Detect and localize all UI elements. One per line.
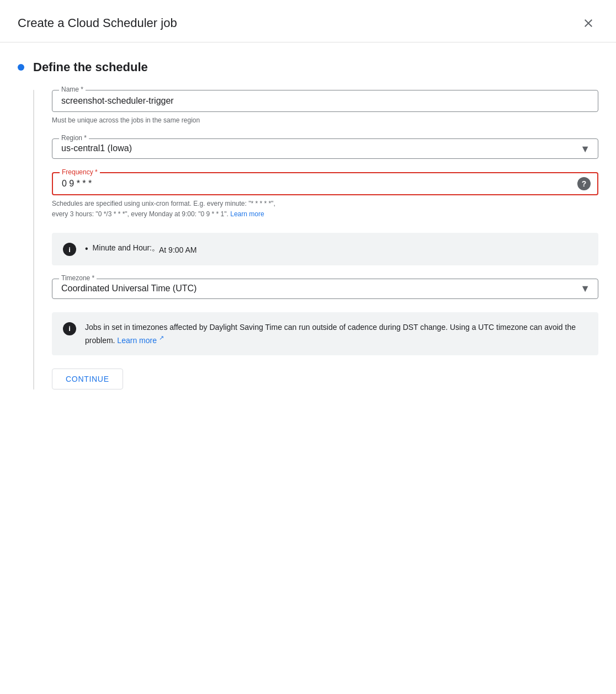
name-field-label: Name *	[59, 86, 86, 93]
name-field-hint: Must be unique across the jobs in the sa…	[52, 115, 598, 125]
frequency-learn-more-link[interactable]: Learn more	[230, 210, 264, 218]
dialog-body: Define the schedule Name * Must be uniqu…	[0, 42, 616, 694]
schedule-info-icon: i	[63, 243, 76, 256]
section-title: Define the schedule	[33, 60, 148, 74]
frequency-field-wrapper: Frequency * ?	[52, 172, 598, 195]
name-input[interactable]	[61, 96, 589, 106]
region-dropdown-arrow: ▼	[580, 143, 590, 154]
dst-info-content: Jobs in set in timezones affected by Day…	[85, 321, 587, 346]
frequency-hint: Schedules are specified using unix-cron …	[52, 199, 598, 220]
button-group: CONTINUE	[52, 369, 598, 389]
name-field-group: Name * Must be unique across the jobs in…	[52, 90, 598, 125]
timezone-field-label: Timezone *	[59, 274, 97, 282]
continue-button[interactable]: CONTINUE	[52, 369, 123, 389]
dst-learn-more-link[interactable]: Learn more ↗	[117, 336, 163, 345]
close-icon	[582, 17, 595, 30]
schedule-info-box: i Minute and Hour: At 9:00 AM	[52, 233, 598, 265]
section-content: Name * Must be unique across the jobs in…	[33, 90, 598, 389]
section-dot	[18, 64, 24, 71]
dst-info-box: i Jobs in set in timezones affected by D…	[52, 312, 598, 355]
region-field-wrapper: Region * us-central1 (Iowa) ▼	[52, 138, 598, 159]
dialog-header: Create a Cloud Scheduler job	[0, 0, 616, 42]
close-button[interactable]	[578, 13, 598, 33]
external-link-icon: ↗	[159, 334, 164, 341]
frequency-input[interactable]	[62, 179, 571, 189]
schedule-info-content: Minute and Hour: At 9:00 AM	[85, 242, 197, 256]
section-header: Define the schedule	[18, 60, 598, 74]
region-select[interactable]: us-central1 (Iowa)	[61, 143, 576, 153]
dialog-title: Create a Cloud Scheduler job	[18, 16, 177, 30]
frequency-field-label: Frequency *	[60, 168, 100, 176]
timezone-select[interactable]: Coordinated Universal Time (UTC)	[61, 284, 576, 293]
region-field-group: Region * us-central1 (Iowa) ▼	[52, 138, 598, 159]
name-field-wrapper: Name *	[52, 90, 598, 112]
timezone-field-group: Timezone * Coordinated Universal Time (U…	[52, 279, 598, 299]
frequency-field-group: Frequency * ? Schedules are specified us…	[52, 172, 598, 220]
frequency-help-icon[interactable]: ?	[577, 177, 591, 190]
create-scheduler-dialog: Create a Cloud Scheduler job Define the …	[0, 0, 616, 694]
timezone-field-wrapper: Timezone * Coordinated Universal Time (U…	[52, 279, 598, 299]
dst-info-icon: i	[63, 322, 76, 335]
region-field-label: Region *	[59, 134, 89, 142]
timezone-dropdown-arrow: ▼	[580, 283, 590, 295]
